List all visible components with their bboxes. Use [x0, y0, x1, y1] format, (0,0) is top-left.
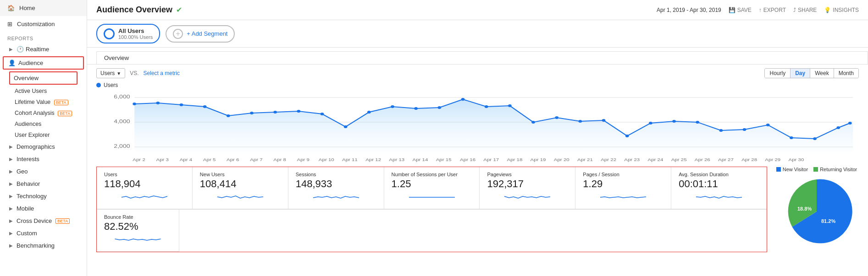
- sparkline-new-users: [200, 192, 281, 203]
- stat-new-users-value: 108,414: [200, 178, 281, 190]
- export-button[interactable]: ↑ EXPORT: [759, 7, 786, 13]
- insights-label: INSIGHTS: [833, 7, 859, 13]
- stats-pie-row: Users 118,904 New Users 108,414: [87, 165, 868, 254]
- beta-badge-cross: BETA: [55, 218, 70, 224]
- add-segment-button[interactable]: + + Add Segment: [166, 25, 235, 43]
- svg-text:Apr 29: Apr 29: [765, 157, 780, 162]
- svg-point-17: [391, 105, 394, 108]
- sidebar-item-cohort-analysis[interactable]: Cohort Analysis BETA: [0, 108, 87, 119]
- sidebar-customization-label: Customization: [17, 21, 55, 27]
- sidebar-item-demographics[interactable]: ▶ Demographics: [0, 141, 87, 153]
- sidebar-item-audience[interactable]: 👤 Audience: [3, 56, 84, 70]
- sidebar-item-audiences[interactable]: Audiences: [0, 119, 87, 130]
- svg-point-7: [156, 102, 160, 104]
- sidebar-benchmarking-label: Benchmarking: [17, 242, 55, 249]
- stat-pages-per-session: Pages / Session 1.29: [575, 167, 671, 209]
- svg-text:Apr 9: Apr 9: [297, 157, 310, 162]
- select-metric-link[interactable]: Select a metric: [144, 70, 180, 76]
- sidebar-technology-label: Technology: [17, 193, 47, 200]
- sidebar-interests-label: Interests: [17, 156, 39, 162]
- sidebar-item-custom[interactable]: ▶ Custom: [0, 227, 87, 239]
- export-icon: ↑: [759, 7, 762, 13]
- time-btn-month[interactable]: Month: [834, 69, 858, 78]
- stat-sessions: Sessions 148,933: [288, 167, 384, 209]
- time-btn-day[interactable]: Day: [791, 69, 810, 78]
- svg-text:Apr 12: Apr 12: [365, 157, 381, 162]
- tab-overview[interactable]: Overview: [96, 51, 868, 64]
- stat-users-value: 118,904: [104, 178, 185, 190]
- sidebar-item-lifetime-value[interactable]: Lifetime Value BETA: [0, 97, 87, 108]
- svg-point-19: [438, 106, 442, 109]
- arrow-icon-tech: ▶: [9, 194, 13, 199]
- sidebar-item-home[interactable]: 🏠 Home: [0, 0, 87, 16]
- svg-point-18: [414, 107, 418, 110]
- returning-visitor-dot: [813, 167, 818, 172]
- svg-text:Apr 10: Apr 10: [319, 157, 334, 162]
- arrow-icon-mobile: ▶: [9, 206, 13, 211]
- svg-point-28: [649, 122, 652, 124]
- sidebar-item-mobile[interactable]: ▶ Mobile: [0, 202, 87, 215]
- chart-area: Users ▼ VS. Select a metric Hourly Day W…: [87, 64, 868, 165]
- svg-text:Apr 15: Apr 15: [436, 157, 452, 162]
- svg-text:Apr 13: Apr 13: [389, 157, 404, 162]
- svg-text:Apr 14: Apr 14: [413, 157, 428, 162]
- share-button[interactable]: ⤴ SHARE: [793, 7, 817, 13]
- svg-point-14: [321, 113, 324, 115]
- chart-legend: Users: [96, 82, 859, 88]
- sparkline-users: [104, 192, 185, 203]
- sidebar-item-interests[interactable]: ▶ Interests: [0, 153, 87, 165]
- sidebar-lifetime-value-label: Lifetime Value: [15, 99, 50, 105]
- stat-pages-per-session-value: 1.29: [583, 178, 663, 190]
- legend-returning-visitor: Returning Visitor: [813, 167, 857, 172]
- save-button[interactable]: 💾 SAVE: [729, 7, 752, 13]
- arrow-icon-cross: ▶: [9, 218, 13, 223]
- sidebar-custom-label: Custom: [17, 230, 37, 237]
- segment-name: All Users: [118, 27, 153, 34]
- svg-text:Apr 4: Apr 4: [180, 157, 193, 162]
- sidebar-item-user-explorer[interactable]: User Explorer: [0, 130, 87, 141]
- svg-text:Apr 22: Apr 22: [601, 157, 616, 162]
- pie-legend: New Visitor Returning Visitor: [776, 167, 857, 172]
- reports-section-label: REPORTS: [0, 32, 87, 43]
- sidebar-item-benchmarking[interactable]: ▶ Benchmarking: [0, 239, 87, 252]
- insights-button[interactable]: 💡 INSIGHTS: [824, 7, 859, 13]
- arrow-icon-geo: ▶: [9, 169, 13, 174]
- sparkline-pageviews: [487, 192, 568, 203]
- sidebar-item-realtime[interactable]: ▶ 🕐 Realtime: [0, 43, 87, 55]
- stat-sessions-value: 148,933: [296, 178, 376, 190]
- stat-sessions-per-user-label: Number of Sessions per User: [392, 172, 472, 177]
- stat-pageviews: Pageviews 192,317: [480, 167, 575, 209]
- svg-text:18.8%: 18.8%: [797, 206, 812, 211]
- svg-point-32: [743, 128, 746, 131]
- metric-selector[interactable]: Users ▼: [96, 68, 125, 78]
- all-users-segment[interactable]: All Users 100.00% Users: [96, 24, 160, 43]
- sidebar-item-cross-device[interactable]: ▶ Cross Device BETA: [0, 215, 87, 227]
- svg-point-6: [133, 103, 136, 105]
- sidebar-audience-label: Audience: [18, 60, 43, 66]
- stat-new-users: New Users 108,414: [193, 167, 288, 209]
- svg-point-34: [790, 136, 793, 139]
- sidebar-item-technology[interactable]: ▶ Technology: [0, 190, 87, 202]
- sidebar-user-explorer-label: User Explorer: [15, 132, 50, 138]
- content-area: Overview Users ▼ VS. Select a metric Hou…: [87, 48, 868, 276]
- sidebar-item-overview[interactable]: Overview: [9, 71, 77, 85]
- legend-new-visitor: New Visitor: [776, 167, 808, 172]
- time-btn-hourly[interactable]: Hourly: [765, 69, 791, 78]
- sidebar-item-active-users[interactable]: Active Users: [0, 86, 87, 97]
- beta-badge-cohort: BETA: [58, 111, 72, 116]
- sidebar-item-behavior[interactable]: ▶ Behavior: [0, 178, 87, 190]
- chart-controls: Users ▼ VS. Select a metric Hourly Day W…: [96, 68, 859, 78]
- sparkline-sppu: [392, 192, 472, 203]
- audience-icon: 👤: [8, 60, 16, 66]
- segment-bar: All Users 100.00% Users + + Add Segment: [87, 20, 868, 48]
- sidebar-item-customization[interactable]: ⊞ Customization: [0, 16, 87, 32]
- svg-text:6,000: 6,000: [114, 94, 130, 99]
- stats-empty-bottom: [179, 210, 767, 252]
- svg-point-21: [485, 105, 488, 108]
- save-icon: 💾: [729, 7, 735, 13]
- sidebar-overview-label: Overview: [14, 75, 39, 81]
- svg-text:Apr 30: Apr 30: [788, 157, 804, 162]
- time-btn-week[interactable]: Week: [810, 69, 834, 78]
- sidebar-item-geo[interactable]: ▶ Geo: [0, 165, 87, 178]
- svg-point-35: [813, 137, 817, 140]
